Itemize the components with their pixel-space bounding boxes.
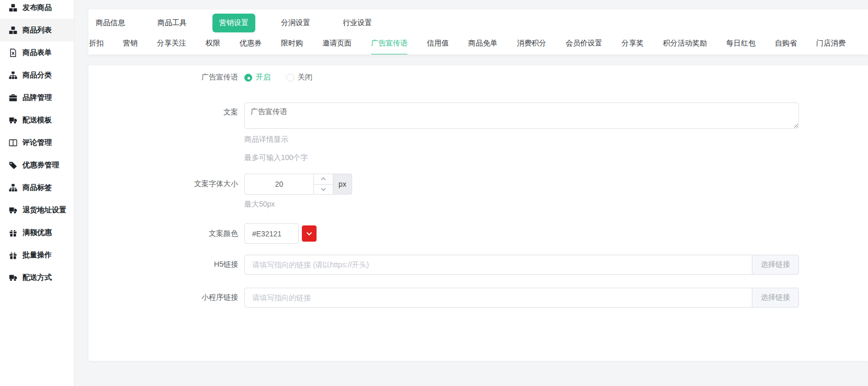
sidebar-item[interactable]: 满额优惠 (0, 221, 74, 244)
copy-color-row: 文案颜色 (88, 223, 868, 244)
copy-hint-display: 商品详情显示 (244, 135, 799, 144)
chevron-down-icon (321, 188, 326, 191)
radio-on-label: 开启 (256, 73, 270, 82)
sidebar-item-label: 商品表单 (22, 48, 52, 58)
gift-icon (9, 251, 17, 259)
gift-icon (9, 229, 17, 237)
secondary-tab[interactable]: 消费积分 (517, 33, 546, 54)
secondary-tab[interactable]: 广告宣传语 (371, 33, 408, 54)
color-picker-button[interactable] (302, 225, 317, 242)
secondary-tab-bar: 折扣营销分享关注权限优惠券限时购邀请页面广告宣传语信用值商品免单消费积分会员价设… (89, 33, 868, 55)
columns-icon (9, 139, 17, 147)
primary-tab[interactable]: 行业设置 (336, 14, 379, 32)
copy-label: 文案 (88, 103, 244, 117)
secondary-tab[interactable]: 营销 (123, 33, 138, 54)
sidebar-item[interactable]: 商品标签 (0, 176, 74, 199)
secondary-tab[interactable]: 限时购 (281, 33, 303, 54)
ad-slogan-row: 广告宣传语 开启 关闭 (88, 73, 868, 82)
chevron-down-icon (306, 232, 312, 236)
sidebar-nav: 发布商品商品列表商品表单商品分类品牌管理配送模板评论管理优惠券管理商品标签退货地… (0, 0, 74, 289)
h5-choose-link-button[interactable]: 选择链接 (752, 255, 799, 275)
secondary-tab[interactable]: 分享关注 (157, 33, 186, 54)
sidebar-item[interactable]: 商品表单 (0, 41, 74, 64)
sidebar-item-label: 商品列表 (22, 26, 52, 35)
primary-tab[interactable]: 营销设置 (212, 14, 255, 32)
font-size-row: 文案字体大小 px 最大50px (88, 174, 868, 209)
sidebar-item-label: 商品分类 (22, 71, 52, 80)
mini-program-link-row: 小程序链接 选择链接 (88, 288, 868, 308)
tabs-panel: 商品信息商品工具营销设置分润设置行业设置 折扣营销分享关注权限优惠券限时购邀请页… (88, 9, 868, 55)
sidebar-item[interactable]: 优惠券管理 (0, 154, 74, 176)
secondary-tab[interactable]: 自购省 (775, 33, 797, 54)
secondary-tab[interactable]: 折扣 (89, 33, 104, 54)
sidebar-item-label: 品牌管理 (22, 93, 52, 103)
ad-slogan-radio-group: 开启 关闭 (244, 73, 312, 82)
truck-icon (9, 206, 17, 214)
copy-textarea[interactable]: 广告宣传语 (244, 103, 799, 129)
stepper-down-button[interactable] (313, 184, 333, 195)
settings-form-card: 广告宣传语 开启 关闭 文案 广告宣传语 商品详情显示 最多可输入100个字 文… (88, 65, 868, 361)
sidebar-item-label: 满额优惠 (22, 228, 52, 237)
secondary-tab[interactable]: 邀请页面 (322, 33, 352, 54)
truck-icon (9, 274, 17, 282)
sidebar-item[interactable]: 配送方式 (0, 266, 74, 289)
copy-color-input[interactable] (244, 223, 299, 244)
sidebar-item[interactable]: 品牌管理 (0, 86, 74, 109)
cubes-icon (9, 4, 17, 12)
radio-option-on[interactable]: 开启 (244, 73, 270, 82)
sidebar-item[interactable]: 退货地址设置 (0, 199, 74, 221)
radio-off-label: 关闭 (298, 73, 312, 82)
radio-off-icon[interactable] (286, 74, 294, 82)
ad-slogan-label: 广告宣传语 (88, 73, 244, 82)
sidebar-item-label: 配送模板 (22, 116, 52, 125)
secondary-tab[interactable]: 优惠券 (240, 33, 262, 54)
truck-icon (9, 116, 17, 124)
h5-link-row: H5链接 选择链接 (88, 255, 868, 275)
sidebar-item[interactable]: 发布商品 (0, 0, 74, 19)
radio-on-icon[interactable] (244, 74, 252, 82)
sidebar-item-label: 商品标签 (22, 183, 52, 192)
chevron-up-icon (321, 177, 326, 180)
secondary-tab[interactable]: 门店消费 (816, 33, 846, 54)
sidebar-item[interactable]: 批量操作 (0, 244, 74, 266)
secondary-tab[interactable]: 权限 (206, 33, 220, 54)
primary-tab[interactable]: 商品工具 (151, 14, 194, 32)
secondary-tab[interactable]: 分享奖 (622, 33, 644, 54)
mini-choose-link-button[interactable]: 选择链接 (752, 288, 799, 308)
font-size-input[interactable] (244, 174, 314, 195)
copy-row: 文案 广告宣传语 商品详情显示 最多可输入100个字 (88, 103, 868, 163)
sidebar-item[interactable]: 配送模板 (0, 109, 74, 131)
font-size-label: 文案字体大小 (88, 174, 244, 189)
font-size-hint: 最大50px (244, 200, 352, 209)
sidebar-item-label: 退货地址设置 (22, 206, 66, 215)
h5-link-input[interactable] (244, 255, 752, 275)
briefcase-icon (9, 94, 17, 102)
h5-link-label: H5链接 (88, 260, 244, 269)
secondary-tab[interactable]: 积分活动奖励 (663, 33, 707, 54)
sidebar: 发布商品商品列表商品表单商品分类品牌管理配送模板评论管理优惠券管理商品标签退货地… (0, 0, 74, 386)
primary-tab[interactable]: 商品信息 (89, 14, 132, 32)
copy-color-label: 文案颜色 (88, 229, 244, 239)
sitemap-icon (9, 71, 17, 80)
cubes-icon (9, 26, 17, 35)
mini-program-link-label: 小程序链接 (88, 293, 244, 302)
secondary-tab[interactable]: 商品免单 (468, 33, 498, 54)
sidebar-item-label: 优惠券管理 (22, 161, 59, 170)
sidebar-item[interactable]: 商品列表 (0, 19, 74, 41)
sidebar-item[interactable]: 评论管理 (0, 131, 74, 154)
secondary-tab[interactable]: 每日红包 (726, 33, 756, 54)
copy-hint-limit: 最多可输入100个字 (244, 153, 799, 163)
radio-option-off[interactable]: 关闭 (286, 73, 312, 82)
sidebar-item-label: 评论管理 (22, 138, 52, 147)
sidebar-item[interactable]: 商品分类 (0, 64, 74, 86)
mini-program-link-input[interactable] (244, 288, 752, 308)
primary-tab[interactable]: 分润设置 (274, 14, 317, 32)
primary-tab-bar: 商品信息商品工具营销设置分润设置行业设置 (89, 14, 868, 32)
secondary-tab[interactable]: 信用值 (427, 33, 449, 54)
font-size-stepper: px (244, 174, 352, 195)
tag-icon (9, 161, 17, 169)
sitemap-icon (9, 184, 17, 192)
stepper-up-button[interactable] (313, 174, 333, 185)
secondary-tab[interactable]: 会员价设置 (566, 33, 602, 54)
sidebar-item-label: 批量操作 (22, 251, 52, 260)
